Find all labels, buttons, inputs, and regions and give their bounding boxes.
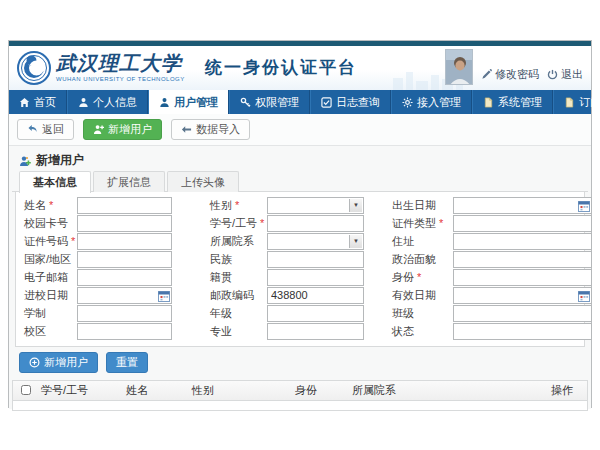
postal-code-input[interactable]: [267, 287, 364, 304]
gear-icon: [402, 97, 413, 108]
brand-block: 武汉理工大学 WUHAN UNIVERSITY OF TECHNOLOGY: [56, 53, 185, 82]
logout-link[interactable]: 退出: [547, 67, 583, 85]
nav-item-permission-management[interactable]: 权限管理: [229, 90, 310, 114]
nav-item-subscription-management[interactable]: 订阅管理: [553, 90, 600, 114]
form-row: 姓名*性别*▼出生日期: [16, 196, 584, 214]
department-select[interactable]: ▼: [267, 233, 364, 250]
toolbar-add-user-button[interactable]: 新增用户: [83, 119, 162, 140]
data-import-button[interactable]: 数据导入: [171, 119, 250, 140]
student-id-input[interactable]: [267, 215, 364, 232]
grade-input[interactable]: [267, 305, 364, 322]
nav-item-label: 用户管理: [174, 95, 218, 110]
nav-item-system-management[interactable]: 系统管理: [472, 90, 553, 114]
name-input[interactable]: [77, 197, 172, 214]
university-logo-icon: [17, 51, 51, 85]
valid-date-label: 有效日期: [392, 288, 453, 303]
required-marker: *: [417, 271, 421, 283]
nav-item-home[interactable]: 首页: [9, 90, 67, 114]
calendar-icon[interactable]: [578, 200, 590, 212]
department-label: 所属院系: [210, 234, 267, 249]
political-status-input[interactable]: [453, 251, 592, 268]
schooling-length-input[interactable]: [77, 305, 172, 322]
plus-circle-icon: [29, 357, 40, 368]
dropdown-arrow-icon[interactable]: ▼: [349, 235, 362, 248]
content-area: 返回 新增用户 数据导入: [9, 114, 591, 409]
toolbar-add-user-label: 新增用户: [108, 122, 152, 137]
identity-input[interactable]: [453, 269, 592, 286]
dropdown-arrow-icon[interactable]: ▼: [349, 199, 362, 212]
form-row: 学制年级班级: [16, 304, 584, 322]
form-actions: 新增用户 重置: [9, 347, 591, 378]
id-number-input[interactable]: [77, 233, 172, 250]
arrow-left-icon: [181, 124, 192, 135]
native-place-input[interactable]: [267, 269, 364, 286]
back-button[interactable]: 返回: [17, 119, 74, 140]
data-import-label: 数据导入: [196, 122, 240, 137]
country-region-input[interactable]: [77, 251, 172, 268]
reset-button[interactable]: 重置: [106, 352, 148, 373]
birth-date-input[interactable]: [453, 197, 592, 214]
birth-date-label: 出生日期: [392, 198, 453, 213]
nav-item-user-management[interactable]: 用户管理: [148, 90, 229, 114]
document-icon: [483, 97, 494, 108]
power-icon: [547, 69, 558, 80]
tab-upload-avatar[interactable]: 上传头像: [167, 171, 239, 192]
change-password-link[interactable]: 修改密码: [481, 67, 539, 85]
platform-title: 统一身份认证平台: [205, 56, 357, 79]
app-header: 武汉理工大学 WUHAN UNIVERSITY OF TECHNOLOGY 统一…: [9, 46, 591, 90]
column-header-name: 姓名: [122, 383, 188, 398]
avatar-photo-icon: [446, 50, 473, 85]
address-input[interactable]: [453, 233, 592, 250]
campus-card-input[interactable]: [77, 215, 172, 232]
ethnicity-input[interactable]: [267, 251, 364, 268]
user-avatar: [445, 49, 473, 85]
form-card: 基本信息 扩展信息 上传头像 姓名*性别*▼出生日期校园卡号学号/工号*证件类型…: [12, 171, 588, 347]
gender-select[interactable]: ▼: [267, 197, 364, 214]
id-type-input[interactable]: [453, 215, 592, 232]
form-row: 进校日期邮政编码有效日期: [16, 286, 584, 304]
pencil-icon: [481, 69, 492, 80]
campus-input[interactable]: [77, 323, 172, 340]
email-input[interactable]: [77, 269, 172, 286]
calendar-icon[interactable]: [578, 290, 590, 302]
required-marker: *: [439, 217, 443, 229]
nav-item-label: 首页: [34, 95, 56, 110]
select-all-checkbox[interactable]: [21, 385, 31, 395]
form-row: 国家/地区民族政治面貌: [16, 250, 584, 268]
user-plus-icon: [93, 124, 104, 135]
university-name-cn: 武汉理工大学: [56, 53, 185, 73]
tab-basic-info[interactable]: 基本信息: [19, 171, 91, 193]
valid-date-input[interactable]: [453, 287, 592, 304]
select-all-cell: [13, 385, 37, 397]
submit-add-user-label: 新增用户: [44, 355, 88, 370]
user-icon: [78, 97, 89, 108]
class-input[interactable]: [453, 305, 592, 322]
user-icon: [159, 97, 170, 108]
entry-date-label: 进校日期: [24, 288, 77, 303]
id-type-label: 证件类型*: [392, 216, 453, 231]
schooling-length-label: 学制: [24, 306, 77, 321]
required-marker: *: [235, 199, 239, 211]
form-panel: 姓名*性别*▼出生日期校园卡号学号/工号*证件类型*证件号码*所属院系▼住址国家…: [15, 192, 585, 347]
required-marker: *: [71, 235, 75, 247]
add-user-icon: [19, 155, 31, 167]
calendar-icon[interactable]: [158, 290, 170, 302]
header-user-area: 修改密码 退出: [445, 49, 583, 85]
tab-extended-info[interactable]: 扩展信息: [93, 171, 165, 192]
major-input[interactable]: [267, 323, 364, 340]
form-tabs: 基本信息 扩展信息 上传头像: [12, 171, 588, 192]
entry-date-field: [77, 287, 172, 304]
key-icon: [240, 97, 251, 108]
table-header-row: 学号/工号姓名性别身份所属院系操作: [13, 381, 587, 401]
submit-add-user-button[interactable]: 新增用户: [19, 352, 98, 373]
status-input[interactable]: [453, 323, 592, 340]
email-label: 电子邮箱: [24, 270, 77, 285]
document-icon: [564, 97, 575, 108]
nav-item-log-query[interactable]: 日志查询: [310, 90, 391, 114]
screenshot-canvas: 武汉理工大学 WUHAN UNIVERSITY OF TECHNOLOGY 统一…: [0, 0, 600, 450]
nav-item-access-management[interactable]: 接入管理: [391, 90, 472, 114]
change-password-label: 修改密码: [495, 67, 539, 82]
ethnicity-label: 民族: [210, 252, 267, 267]
nav-item-personal-info[interactable]: 个人信息: [67, 90, 148, 114]
column-header-student-id: 学号/工号: [37, 383, 122, 398]
